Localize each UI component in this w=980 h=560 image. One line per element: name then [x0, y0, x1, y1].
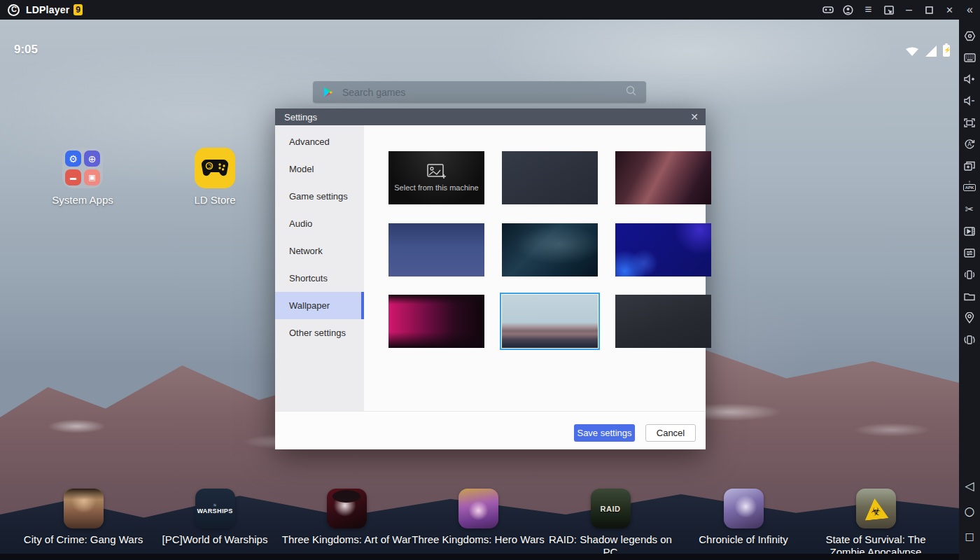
- version-badge: 9: [74, 4, 83, 15]
- raid-logo-text: RAID: [601, 505, 621, 513]
- dock-label: Three Kingdoms: Hero Wars: [408, 533, 548, 546]
- dock-item[interactable]: Chronicle of Infinity: [673, 489, 813, 546]
- screenshot-icon[interactable]: ✂: [959, 199, 980, 220]
- shared-folder-icon[interactable]: [959, 286, 980, 307]
- app-title: LDPlayer: [26, 4, 69, 15]
- cancel-button[interactable]: Cancel: [645, 424, 696, 442]
- dock-item[interactable]: City of Crime: Gang Wars: [13, 489, 153, 546]
- dock-item[interactable]: RAID RAID: Shadow legends on PC: [547, 489, 673, 559]
- nav-item-other-settings[interactable]: Other settings: [275, 319, 364, 346]
- store-label: LD Store: [173, 194, 257, 206]
- dock-label: Three Kingdoms: Art of War: [276, 533, 416, 546]
- magnifier-icon: [626, 85, 636, 99]
- dock-label: City of Crime: Gang Wars: [13, 533, 153, 546]
- android-home-button[interactable]: ○: [959, 498, 980, 524]
- desktop-app-ld-store[interactable]: Ɔ LD Store: [173, 148, 257, 206]
- side-toolbar: A APK ✂ ◁ ○ □: [959, 20, 980, 560]
- svg-text:A: A: [967, 141, 972, 148]
- nav-item-advanced[interactable]: Advanced: [275, 128, 364, 155]
- window-titlebar: LDPlayer 9: [0, 0, 980, 20]
- bottom-bezel: [0, 554, 959, 560]
- settings-nav: Advanced Model Game settings Audio Netwo…: [275, 125, 364, 428]
- folder-label: System Apps: [41, 194, 125, 206]
- files-app-icon: [65, 169, 81, 186]
- wallpaper-thumb-dark-slate[interactable]: [502, 151, 598, 204]
- save-settings-button[interactable]: Save settings: [574, 424, 635, 442]
- collapse-toolbar-button[interactable]: [960, 0, 980, 20]
- select-from-machine-label: Select from this machine: [394, 183, 478, 192]
- image-plus-icon: [427, 164, 447, 179]
- dialog-title: Settings: [284, 112, 317, 122]
- operation-settings-icon[interactable]: [959, 25, 980, 46]
- state-of-survival-icon[interactable]: [856, 489, 896, 528]
- android-recents-button[interactable]: □: [959, 524, 980, 549]
- gallery-app-icon: [84, 169, 100, 186]
- settings-dialog: Settings ✕ Advanced Model Game settings …: [275, 108, 706, 449]
- world-of-warships-icon[interactable]: WARSHIPS: [195, 489, 235, 528]
- close-button[interactable]: [939, 0, 960, 20]
- browser-app-icon: [84, 150, 100, 167]
- wifi-icon: [905, 46, 919, 57]
- biohazard-icon: [863, 497, 889, 520]
- nav-item-shortcuts[interactable]: Shortcuts: [275, 265, 364, 292]
- wallpaper-thumb-red-aurora[interactable]: [615, 151, 711, 204]
- dialog-close-icon[interactable]: ✕: [690, 111, 699, 122]
- three-kingdoms-hero-wars-icon[interactable]: [458, 489, 498, 528]
- wallpaper-thumb-dark-wave[interactable]: [502, 223, 598, 276]
- dock-item[interactable]: State of Survival: The Zombie Apocalypse: [820, 489, 932, 559]
- account-icon[interactable]: [838, 0, 858, 20]
- apk-install-icon[interactable]: APK: [959, 177, 980, 198]
- city-of-crime-icon[interactable]: [64, 489, 104, 528]
- ldplayer-logo-icon: [8, 4, 20, 16]
- rotate-screen-icon[interactable]: A: [959, 134, 980, 155]
- dock-item[interactable]: Three Kingdoms: Art of War: [276, 489, 416, 546]
- desktop-folder-system-apps[interactable]: System Apps: [41, 148, 125, 206]
- battery-icon: [943, 45, 950, 57]
- nav-item-game-settings[interactable]: Game settings: [275, 183, 364, 210]
- minimize-button[interactable]: [899, 0, 919, 20]
- signal-icon: [925, 46, 937, 57]
- wallpaper-thumb-slate-blue[interactable]: [388, 223, 484, 276]
- status-clock: 9:05: [14, 43, 38, 57]
- nav-item-wallpaper[interactable]: Wallpaper: [275, 292, 364, 319]
- rotate-device-icon[interactable]: [959, 329, 980, 350]
- raid-shadow-legends-icon[interactable]: RAID: [591, 489, 631, 528]
- settings-app-icon: [65, 150, 81, 167]
- wallpaper-thumb-mountain-dawn-selected[interactable]: [502, 295, 598, 348]
- wallpaper-select-from-machine[interactable]: Select from this machine: [388, 151, 484, 204]
- popout-icon[interactable]: [878, 0, 899, 20]
- dialog-footer: [275, 411, 706, 449]
- system-apps-folder-icon[interactable]: [62, 148, 103, 188]
- dock-item[interactable]: Three Kingdoms: Hero Wars: [408, 489, 548, 546]
- search-placeholder: Search games: [342, 87, 405, 98]
- search-bar[interactable]: Search games: [313, 81, 646, 103]
- nav-item-model[interactable]: Model: [275, 155, 364, 183]
- virtual-location-icon[interactable]: [959, 307, 980, 328]
- dock-label: [PC]World of Warships: [145, 533, 285, 546]
- dialog-header[interactable]: Settings ✕: [275, 108, 706, 125]
- volume-down-icon[interactable]: [959, 90, 980, 111]
- maximize-button[interactable]: [919, 0, 939, 20]
- warships-logo-text: WARSHIPS: [197, 503, 232, 514]
- wallpaper-thumb-charcoal-mist[interactable]: [615, 295, 711, 348]
- screen-record-icon[interactable]: [959, 220, 980, 241]
- three-kingdoms-art-of-war-icon[interactable]: [327, 489, 367, 528]
- google-play-icon: [323, 87, 334, 98]
- nav-item-audio[interactable]: Audio: [275, 210, 364, 237]
- ld-store-icon[interactable]: Ɔ: [195, 148, 235, 188]
- dock-item[interactable]: WARSHIPS Three Kingdoms: Art of War [PC]…: [145, 489, 285, 546]
- svg-text:Ɔ: Ɔ: [208, 164, 211, 169]
- wallpaper-thumb-neon-tunnel[interactable]: [388, 295, 484, 348]
- chronicle-of-infinity-icon[interactable]: [724, 489, 764, 528]
- nav-item-network[interactable]: Network: [275, 237, 364, 265]
- shake-icon[interactable]: [959, 264, 980, 285]
- wallpaper-thumb-deep-blue-glow[interactable]: [615, 223, 711, 276]
- menu-icon[interactable]: [858, 0, 878, 20]
- multi-instance-icon[interactable]: [959, 155, 980, 176]
- fullscreen-icon[interactable]: [959, 112, 980, 133]
- sync-icon[interactable]: [959, 242, 980, 263]
- keyboard-mapping-icon[interactable]: [959, 47, 980, 68]
- volume-up-icon[interactable]: [959, 69, 980, 90]
- gamepad-icon[interactable]: [818, 0, 838, 20]
- android-back-button[interactable]: ◁: [959, 473, 980, 498]
